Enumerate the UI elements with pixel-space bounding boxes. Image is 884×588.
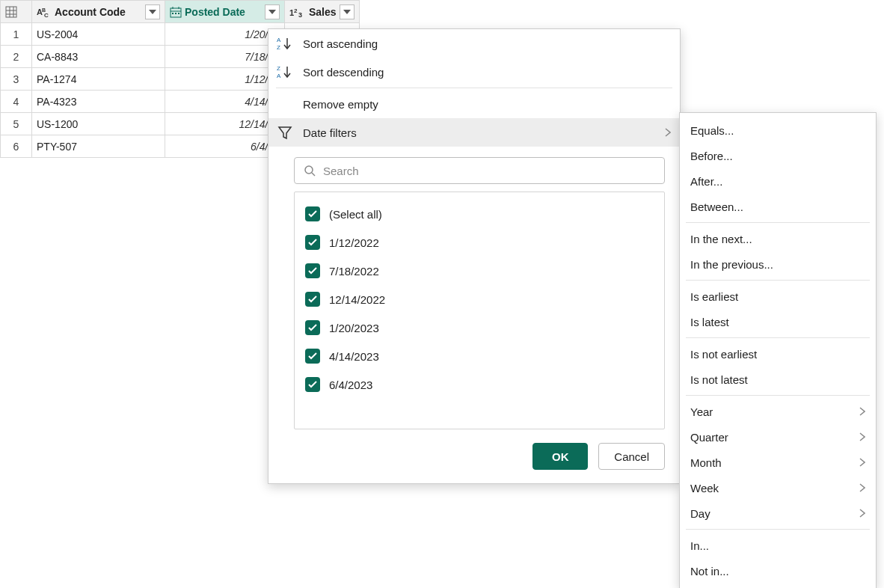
cell-posted[interactable]: 7/18/20: [165, 46, 285, 68]
menu-date-filters[interactable]: Date filters: [268, 118, 680, 147]
menu-separator: [686, 222, 870, 223]
menu-separator: [686, 529, 870, 530]
date-filters-submenu: Equals...Before...After...Between...In t…: [679, 112, 877, 588]
row-number[interactable]: 5: [1, 113, 32, 135]
submenu-item[interactable]: Quarter: [680, 424, 876, 450]
submenu-label: Between...: [690, 200, 743, 213]
filter-value-item[interactable]: 6/4/2023: [305, 370, 654, 399]
row-number[interactable]: 4: [1, 91, 32, 113]
cell-account[interactable]: US-2004: [32, 23, 165, 46]
svg-text:Z: Z: [277, 44, 280, 51]
filter-value-item[interactable]: 1/20/2023: [305, 313, 654, 342]
submenu-label: Equals...: [690, 124, 734, 137]
chevron-right-icon: [859, 432, 865, 441]
cell-account[interactable]: PA-1274: [32, 68, 165, 91]
grid-corner[interactable]: [1, 1, 32, 23]
submenu-label: Quarter: [690, 431, 728, 444]
cell-account[interactable]: CA-8843: [32, 46, 165, 68]
cell-posted[interactable]: 12/14/20: [165, 113, 285, 135]
submenu-item[interactable]: Equals...: [680, 117, 876, 143]
table-icon: [5, 6, 17, 18]
cell-posted[interactable]: 1/20/20: [165, 23, 285, 46]
submenu-label: Is not latest: [690, 373, 748, 386]
submenu-label: After...: [690, 175, 722, 188]
filter-value-item[interactable]: 12/14/2022: [305, 285, 654, 313]
cell-posted[interactable]: 1/12/20: [165, 68, 285, 91]
submenu-item[interactable]: Before...: [680, 143, 876, 168]
submenu-item[interactable]: Between...: [680, 194, 876, 219]
submenu-item[interactable]: After...: [680, 168, 876, 194]
filter-value-label: 7/18/2022: [329, 265, 379, 278]
column-header-posted[interactable]: Posted Date: [165, 1, 285, 23]
filter-value-label: 4/14/2023: [329, 350, 379, 363]
filter-values-list: (Select all) 1/12/20227/18/202212/14/202…: [294, 192, 665, 429]
filter-search-input[interactable]: [322, 164, 655, 178]
filter-value-label: 12/14/2022: [329, 293, 385, 306]
row-number[interactable]: 1: [1, 23, 32, 46]
submenu-item[interactable]: Is not latest: [680, 367, 876, 392]
menu-separator: [686, 395, 870, 396]
svg-rect-12: [172, 13, 174, 14]
submenu-label: Is latest: [690, 316, 729, 328]
menu-separator: [686, 337, 870, 338]
submenu-item[interactable]: Day: [680, 500, 876, 526]
cell-posted[interactable]: 6/4/20: [165, 135, 285, 158]
menu-remove-empty[interactable]: Remove empty: [268, 90, 680, 118]
menu-label: Sort ascending: [303, 37, 378, 50]
menu-sort-ascending[interactable]: A Z Sort ascending: [268, 29, 680, 58]
cell-account[interactable]: PTY-507: [32, 135, 165, 158]
submenu-label: Is earliest: [690, 290, 738, 303]
chevron-right-icon: [859, 509, 865, 518]
submenu-label: In...: [690, 539, 709, 552]
row-number[interactable]: 3: [1, 68, 32, 91]
column-label: Posted Date: [185, 6, 262, 18]
svg-rect-14: [178, 13, 179, 14]
chevron-down-icon: [149, 10, 156, 14]
column-dropdown-button[interactable]: [340, 4, 354, 19]
svg-line-25: [312, 173, 315, 176]
submenu-item[interactable]: Month: [680, 450, 876, 475]
column-header-sales[interactable]: 1 2 3 Sales: [285, 1, 360, 23]
cell-account[interactable]: US-1200: [32, 113, 165, 135]
chevron-down-icon: [268, 10, 276, 14]
text-type-icon: A B C: [37, 6, 52, 18]
checkbox-checked-icon: [305, 206, 320, 221]
ok-button[interactable]: OK: [532, 443, 588, 470]
chevron-right-icon: [859, 407, 865, 416]
submenu-item[interactable]: Is not earliest: [680, 341, 876, 367]
menu-separator: [276, 88, 672, 88]
svg-text:A: A: [277, 73, 281, 79]
svg-text:C: C: [44, 12, 49, 18]
menu-separator: [686, 280, 870, 281]
filter-search-box[interactable]: [294, 157, 665, 184]
row-number[interactable]: 2: [1, 46, 32, 68]
checkbox-checked-icon: [305, 320, 320, 335]
filter-value-item[interactable]: 7/18/2022: [305, 257, 654, 285]
submenu-item[interactable]: In...: [680, 533, 876, 558]
filter-value-item[interactable]: 4/14/2023: [305, 342, 654, 370]
submenu-item[interactable]: Is earliest: [680, 284, 876, 309]
column-dropdown-button[interactable]: [145, 4, 160, 19]
menu-sort-descending[interactable]: Z A Sort descending: [268, 58, 680, 86]
checkbox-checked-icon: [305, 349, 320, 364]
checkbox-checked-icon: [305, 235, 320, 250]
svg-rect-0: [6, 7, 16, 17]
column-header-account[interactable]: A B C Account Code: [32, 1, 165, 23]
submenu-item[interactable]: Week: [680, 475, 876, 500]
cell-account[interactable]: PA-4323: [32, 91, 165, 113]
row-number[interactable]: 6: [1, 135, 32, 158]
submenu-item[interactable]: Year: [680, 399, 876, 424]
filter-value-item[interactable]: 1/12/2022: [305, 228, 654, 257]
filter-icon: [274, 125, 295, 140]
column-dropdown-button[interactable]: [265, 4, 280, 19]
submenu-item[interactable]: Not in...: [680, 558, 876, 584]
submenu-item[interactable]: Is latest: [680, 309, 876, 334]
submenu-item[interactable]: In the previous...: [680, 251, 876, 277]
cancel-button[interactable]: Cancel: [598, 443, 665, 470]
filter-select-all[interactable]: (Select all): [305, 200, 654, 228]
menu-label: Remove empty: [303, 98, 378, 111]
submenu-label: Before...: [690, 150, 733, 162]
submenu-item[interactable]: In the next...: [680, 226, 876, 251]
cell-posted[interactable]: 4/14/20: [165, 91, 285, 113]
chevron-right-icon: [859, 483, 865, 492]
